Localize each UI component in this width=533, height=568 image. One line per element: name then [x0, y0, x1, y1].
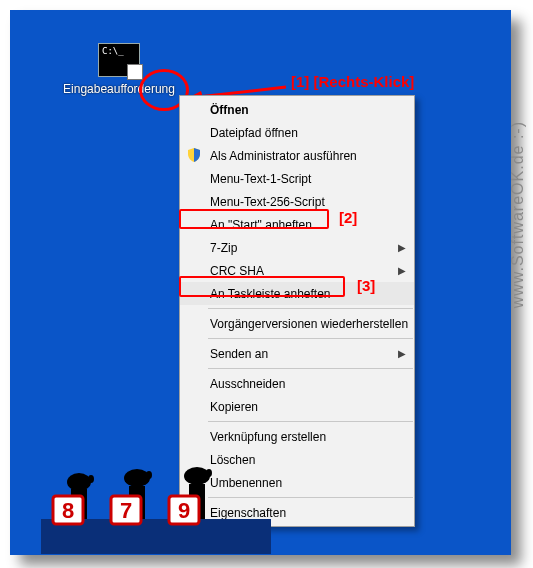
svg-rect-6	[53, 496, 83, 524]
shield-icon	[186, 147, 202, 163]
menu-item-label: Senden an	[210, 347, 268, 361]
menu-item-label: 7-Zip	[210, 241, 237, 255]
menu-item-delete[interactable]: Löschen	[180, 448, 414, 471]
desktop-shortcut-cmd[interactable]: C:\_ Eingabeaufforderung	[69, 43, 169, 96]
menu-item-label: Menu-Text-256-Script	[210, 195, 325, 209]
menu-item-label: CRC SHA	[210, 264, 264, 278]
chevron-right-icon: ▶	[398, 348, 406, 359]
svg-point-4	[88, 475, 94, 483]
chevron-right-icon: ▶	[398, 265, 406, 276]
svg-rect-9	[129, 486, 145, 519]
menu-item-send-to[interactable]: Senden an▶	[180, 342, 414, 365]
svg-point-7	[124, 469, 150, 487]
menu-item-script-256[interactable]: Menu-Text-256-Script	[180, 190, 414, 213]
context-menu: Öffnen Dateipfad öffnen Als Administrato…	[179, 95, 415, 527]
menu-item-pin-to-taskbar[interactable]: An Taskleiste anheften	[180, 282, 414, 305]
desktop-shortcut-label: Eingabeaufforderung	[63, 82, 175, 96]
svg-point-8	[146, 471, 152, 479]
menu-item-previous-versions[interactable]: Vorgängerversionen wiederherstellen	[180, 312, 414, 335]
cmd-icon: C:\_	[98, 43, 140, 77]
menu-separator	[208, 421, 413, 422]
menu-item-label: Löschen	[210, 453, 255, 467]
menu-separator	[208, 338, 413, 339]
menu-item-label: Dateipfad öffnen	[210, 126, 298, 140]
menu-item-create-shortcut[interactable]: Verknüpfung erstellen	[180, 425, 414, 448]
menu-item-script-1[interactable]: Menu-Text-1-Script	[180, 167, 414, 190]
menu-separator	[208, 497, 413, 498]
menu-item-open-file-location[interactable]: Dateipfad öffnen	[180, 121, 414, 144]
score-2: 7	[120, 498, 132, 523]
menu-item-label: Umbenennen	[210, 476, 282, 490]
menu-item-crc-sha[interactable]: CRC SHA▶	[180, 259, 414, 282]
svg-point-3	[67, 473, 91, 491]
menu-item-label: Vorgängerversionen wiederherstellen	[210, 317, 408, 331]
menu-item-label: An "Start" anheften	[210, 218, 312, 232]
annotation-text-1: [1] [Rechts-Klick]	[291, 73, 414, 90]
menu-item-run-as-admin[interactable]: Als Administrator ausführen	[180, 144, 414, 167]
menu-separator	[208, 368, 413, 369]
desktop-area: C:\_ Eingabeaufforderung Öffnen Dateipfa…	[10, 10, 511, 555]
menu-item-label: Eigenschaften	[210, 506, 286, 520]
menu-item-pin-to-start[interactable]: An "Start" anheften	[180, 213, 414, 236]
menu-item-label: Kopieren	[210, 400, 258, 414]
menu-item-copy[interactable]: Kopieren	[180, 395, 414, 418]
menu-item-cut[interactable]: Ausschneiden	[180, 372, 414, 395]
menu-separator	[208, 308, 413, 309]
menu-item-label: Öffnen	[210, 103, 249, 117]
score-1: 8	[62, 498, 74, 523]
menu-item-label: Als Administrator ausführen	[210, 149, 357, 163]
cmd-prompt-text: C:\_	[102, 46, 124, 56]
menu-item-7zip[interactable]: 7-Zip▶	[180, 236, 414, 259]
svg-rect-10	[111, 496, 141, 524]
chevron-right-icon: ▶	[398, 242, 406, 253]
menu-item-open[interactable]: Öffnen	[180, 98, 414, 121]
menu-item-label: Ausschneiden	[210, 377, 285, 391]
menu-item-rename[interactable]: Umbenennen	[180, 471, 414, 494]
watermark-text: www.SoftwareOK.de :-)	[509, 121, 527, 308]
menu-item-label: Verknüpfung erstellen	[210, 430, 326, 444]
menu-item-label: An Taskleiste anheften	[210, 287, 331, 301]
menu-item-label: Menu-Text-1-Script	[210, 172, 311, 186]
svg-rect-5	[71, 489, 87, 519]
menu-item-properties[interactable]: Eigenschaften	[180, 501, 414, 524]
